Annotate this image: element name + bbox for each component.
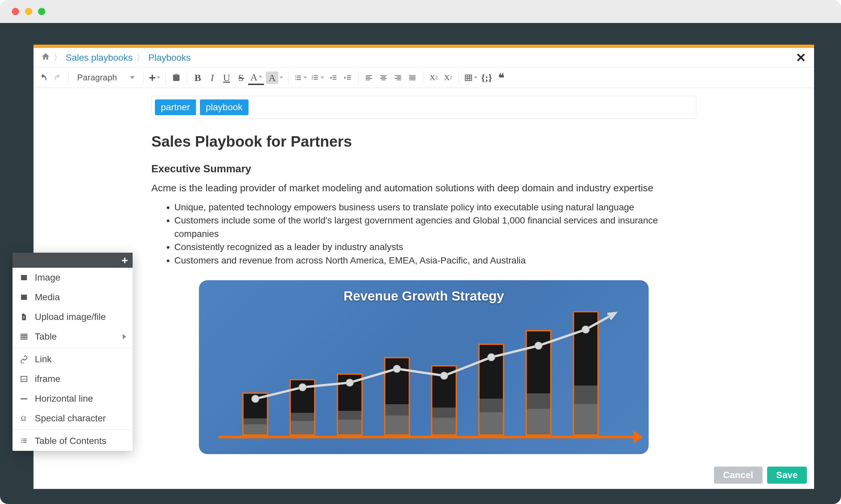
editor-content[interactable]: partner playbook Sales Playbook for Part… xyxy=(34,88,814,489)
window-titlebar xyxy=(0,0,841,23)
plus-icon[interactable]: + xyxy=(122,254,128,267)
menu-item-label: iframe xyxy=(35,374,60,384)
list-item: Consistently recognized as a leader by i… xyxy=(174,240,696,254)
insert-media[interactable]: Media xyxy=(13,287,132,307)
toolbar-sep xyxy=(423,72,423,84)
lead-paragraph: Acme is the leading provider of market m… xyxy=(151,181,696,195)
table-button[interactable] xyxy=(462,71,479,85)
menu-item-label: Image xyxy=(35,272,60,283)
insert-button[interactable]: + xyxy=(147,71,162,85)
insert-upload[interactable]: Upload image/file xyxy=(13,307,132,327)
chevron-down-icon xyxy=(474,76,477,79)
bold-button[interactable]: B xyxy=(191,71,205,85)
chevron-down-icon xyxy=(130,76,135,79)
window-minimize-dot[interactable] xyxy=(25,8,32,15)
menu-item-label: Table of Contents xyxy=(35,436,106,446)
menu-item-label: Link xyxy=(35,354,52,364)
subscript-button[interactable]: X2 xyxy=(426,71,441,85)
svg-point-2 xyxy=(346,379,353,386)
home-icon[interactable] xyxy=(41,52,50,63)
svg-rect-9 xyxy=(21,398,27,399)
svg-point-1 xyxy=(299,384,306,391)
align-justify-button[interactable] xyxy=(405,71,419,85)
svg-text:Ω: Ω xyxy=(21,415,26,422)
tag[interactable]: playbook xyxy=(200,100,249,115)
underline-button[interactable]: U xyxy=(219,71,234,85)
italic-button[interactable]: I xyxy=(205,71,219,85)
svg-point-6 xyxy=(535,342,542,349)
superscript-button[interactable]: X2 xyxy=(441,71,455,85)
strike-button[interactable]: S xyxy=(234,71,248,85)
cancel-button[interactable]: Cancel xyxy=(714,467,763,484)
breadcrumb-sep-icon: 〉 xyxy=(136,52,145,64)
menu-separator xyxy=(13,348,132,348)
chevron-down-icon xyxy=(321,76,324,79)
insert-toc[interactable]: Table of Contents xyxy=(13,431,132,451)
chevron-down-icon xyxy=(304,76,307,79)
insert-link[interactable]: Link xyxy=(13,349,132,369)
toolbar-sep xyxy=(358,72,358,84)
chart-image: Revenue Growth Strategy xyxy=(199,280,649,454)
align-left-button[interactable] xyxy=(362,71,376,85)
tag[interactable]: partner xyxy=(155,100,196,115)
app-stage: 〉 Sales playbooks 〉 Playbooks ✕ Paragrap… xyxy=(0,23,841,504)
menu-separator xyxy=(13,430,132,430)
menu-item-label: Special character xyxy=(35,413,106,424)
chevron-down-icon xyxy=(157,76,160,79)
list-item: Customers and revenue from across North … xyxy=(174,254,696,267)
insert-menu: + ImageMediaUpload image/fileTableLink</… xyxy=(13,253,132,451)
insert-special-char[interactable]: ΩSpecial character xyxy=(13,409,132,428)
highlight-button[interactable]: A xyxy=(264,71,285,85)
insert-hr[interactable]: Horizontal line xyxy=(13,389,132,409)
breadcrumb-link-1[interactable]: Sales playbooks xyxy=(66,53,132,63)
svg-point-7 xyxy=(582,326,589,334)
svg-point-0 xyxy=(252,395,259,402)
code-button[interactable]: {;} xyxy=(479,71,494,85)
indent-button[interactable] xyxy=(340,71,355,85)
chart-trend-line xyxy=(232,300,609,436)
editor-toolbar: Paragraph + B I U S A A xyxy=(34,68,814,88)
tag-input[interactable]: partner playbook xyxy=(151,96,696,119)
numbered-list-button[interactable] xyxy=(309,71,326,85)
toolbar-sep xyxy=(165,72,166,84)
insert-menu-header: + xyxy=(13,253,132,268)
menu-item-label: Upload image/file xyxy=(35,312,106,322)
window-close-dot[interactable] xyxy=(12,8,19,15)
bullet-list: Unique, patented technology empowers bus… xyxy=(151,201,696,267)
list-item: Unique, patented technology empowers bus… xyxy=(174,201,696,214)
editor-footer: Cancel Save xyxy=(714,467,807,484)
paragraph-style-dropdown[interactable]: Paragraph xyxy=(72,71,140,85)
svg-text:</>: </> xyxy=(22,378,26,381)
breadcrumb: 〉 Sales playbooks 〉 Playbooks ✕ xyxy=(34,48,814,68)
close-icon[interactable]: ✕ xyxy=(796,51,806,65)
menu-item-label: Table xyxy=(35,331,57,342)
chart-axis xyxy=(219,436,636,438)
editor-frame: 〉 Sales playbooks 〉 Playbooks ✕ Paragrap… xyxy=(34,44,814,489)
svg-point-4 xyxy=(441,372,448,379)
toolbar-sep xyxy=(459,72,459,84)
quote-button[interactable]: ❝ xyxy=(494,71,508,85)
outdent-button[interactable] xyxy=(326,71,340,85)
breadcrumb-link-2[interactable]: Playbooks xyxy=(148,53,191,63)
list-item: Customers include some of the world's la… xyxy=(174,214,696,240)
redo-button[interactable] xyxy=(51,71,65,85)
window-zoom-dot[interactable] xyxy=(38,8,45,15)
chevron-right-icon xyxy=(123,334,126,339)
text-color-button[interactable]: A xyxy=(248,71,264,85)
browser-window: 〉 Sales playbooks 〉 Playbooks ✕ Paragrap… xyxy=(0,0,841,504)
paragraph-style-label: Paragraph xyxy=(77,73,117,83)
svg-point-5 xyxy=(488,354,495,361)
insert-iframe[interactable]: </>iframe xyxy=(13,369,132,389)
chevron-down-icon xyxy=(259,76,262,78)
insert-table[interactable]: Table xyxy=(13,327,132,346)
undo-button[interactable] xyxy=(36,71,51,85)
svg-point-3 xyxy=(393,365,400,373)
section-heading: Executive Summary xyxy=(151,163,696,175)
align-right-button[interactable] xyxy=(391,71,405,85)
save-button[interactable]: Save xyxy=(767,467,807,484)
paste-button[interactable] xyxy=(169,71,183,85)
bullet-list-button[interactable] xyxy=(292,71,309,85)
align-center-button[interactable] xyxy=(376,71,391,85)
menu-item-label: Horizontal line xyxy=(35,393,93,404)
insert-image[interactable]: Image xyxy=(13,268,132,287)
